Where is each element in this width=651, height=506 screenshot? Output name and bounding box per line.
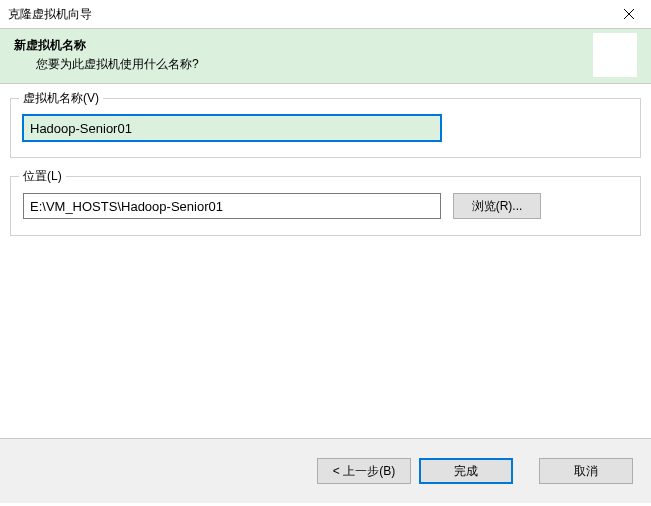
wizard-header: 新虚拟机名称 您要为此虚拟机使用什么名称? [0,28,651,84]
location-input[interactable] [23,193,441,219]
vm-name-fieldset: 虚拟机名称(V) [10,98,641,158]
location-legend: 位置(L) [19,168,66,185]
wizard-header-title: 新虚拟机名称 [14,37,593,54]
close-icon [624,9,634,19]
wizard-header-icon [593,33,637,77]
window-title: 克隆虚拟机向导 [8,6,92,23]
wizard-content: 虚拟机名称(V) 位置(L) 浏览(R)... [0,84,651,439]
location-row: 浏览(R)... [23,193,628,219]
vm-name-input[interactable] [23,115,441,141]
wizard-header-text: 新虚拟机名称 您要为此虚拟机使用什么名称? [14,37,593,73]
back-button[interactable]: < 上一步(B) [317,458,411,484]
titlebar: 克隆虚拟机向导 [0,0,651,28]
browse-button[interactable]: 浏览(R)... [453,193,541,219]
cancel-button[interactable]: 取消 [539,458,633,484]
location-fieldset: 位置(L) 浏览(R)... [10,176,641,236]
finish-button[interactable]: 完成 [419,458,513,484]
wizard-footer: < 上一步(B) 完成 取消 [0,439,651,503]
vm-name-legend: 虚拟机名称(V) [19,90,103,107]
close-button[interactable] [606,0,651,28]
wizard-header-subtitle: 您要为此虚拟机使用什么名称? [14,56,593,73]
